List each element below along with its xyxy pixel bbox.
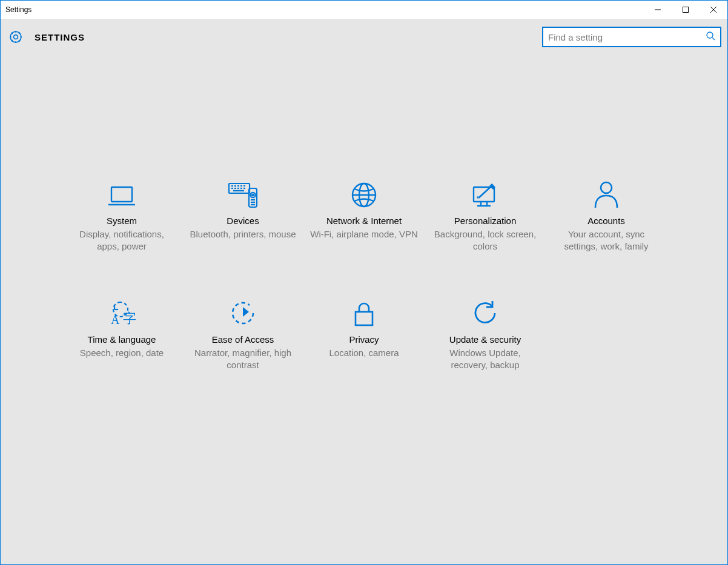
- gear-icon: [8, 29, 24, 45]
- category-tile-network[interactable]: Network & InternetWi-Fi, airplane mode, …: [309, 176, 419, 253]
- close-button[interactable]: [700, 1, 727, 19]
- lock-icon: [309, 295, 419, 328]
- svg-point-5: [10, 31, 21, 42]
- category-tile-ease-of-access[interactable]: Ease of AccessNarrator, magnifier, high …: [188, 295, 297, 371]
- globe-icon: [309, 176, 419, 209]
- svg-marker-40: [243, 307, 249, 317]
- svg-rect-41: [356, 312, 372, 325]
- header: SETTINGS: [1, 19, 727, 55]
- minimize-button[interactable]: [644, 1, 672, 19]
- svg-rect-31: [474, 187, 494, 202]
- svg-text:字: 字: [123, 311, 136, 326]
- person-icon: [552, 176, 661, 209]
- category-tile-privacy[interactable]: PrivacyLocation, camera: [309, 295, 419, 371]
- category-desc: Wi-Fi, airplane mode, VPN: [309, 228, 419, 240]
- category-label: Personalization: [431, 215, 540, 227]
- ease-icon: [188, 295, 297, 328]
- category-desc: Windows Update, recovery, backup: [431, 347, 540, 372]
- category-label: Network & Internet: [309, 215, 419, 227]
- category-label: Ease of Access: [188, 334, 297, 346]
- category-label: Privacy: [309, 334, 419, 346]
- category-label: System: [67, 215, 176, 227]
- client-area: SETTINGS SystemDisplay, notifications, a…: [1, 19, 727, 564]
- laptop-icon: [67, 176, 176, 209]
- category-label: Accounts: [552, 215, 661, 227]
- search-input[interactable]: [548, 32, 706, 42]
- category-desc: Narrator, magnifier, high contrast: [188, 347, 297, 372]
- svg-point-6: [707, 32, 713, 38]
- window-title: Settings: [5, 5, 31, 14]
- svg-rect-1: [683, 7, 689, 13]
- category-desc: Your account, sync settings, work, famil…: [552, 228, 661, 253]
- category-desc: Background, lock screen, colors: [431, 228, 540, 253]
- category-tile-accounts[interactable]: AccountsYour account, sync settings, wor…: [552, 176, 661, 253]
- page-title: SETTINGS: [35, 32, 85, 42]
- svg-point-35: [601, 182, 612, 193]
- category-tile-update-security[interactable]: Update & securityWindows Update, recover…: [431, 295, 540, 371]
- svg-point-4: [14, 35, 18, 39]
- category-tile-time-language[interactable]: A 字 Time & languageSpeech, region, date: [67, 295, 176, 371]
- category-label: Time & language: [67, 334, 176, 346]
- category-desc: Location, camera: [309, 347, 419, 359]
- update-icon: [431, 295, 540, 328]
- svg-text:A: A: [111, 313, 120, 326]
- search-icon: [706, 31, 715, 43]
- svg-line-7: [712, 38, 715, 40]
- brush-icon: [431, 176, 540, 209]
- category-tile-personalization[interactable]: PersonalizationBackground, lock screen, …: [431, 176, 540, 253]
- category-desc: Speech, region, date: [67, 347, 176, 359]
- window-controls: [644, 1, 727, 19]
- devices-icon: [188, 176, 297, 209]
- category-tile-devices[interactable]: DevicesBluetooth, printers, mouse: [188, 176, 297, 253]
- category-label: Update & security: [431, 334, 540, 346]
- category-desc: Display, notifications, apps, power: [67, 228, 176, 253]
- svg-rect-8: [111, 187, 132, 202]
- time-lang-icon: A 字: [67, 295, 176, 328]
- category-tile-system[interactable]: SystemDisplay, notifications, apps, powe…: [67, 176, 176, 253]
- category-desc: Bluetooth, printers, mouse: [188, 228, 297, 240]
- search-box[interactable]: [542, 27, 721, 47]
- svg-point-24: [252, 194, 254, 196]
- category-label: Devices: [188, 215, 297, 227]
- maximize-button[interactable]: [672, 1, 700, 19]
- categories-grid: SystemDisplay, notifications, apps, powe…: [67, 176, 661, 371]
- titlebar: Settings: [1, 1, 727, 19]
